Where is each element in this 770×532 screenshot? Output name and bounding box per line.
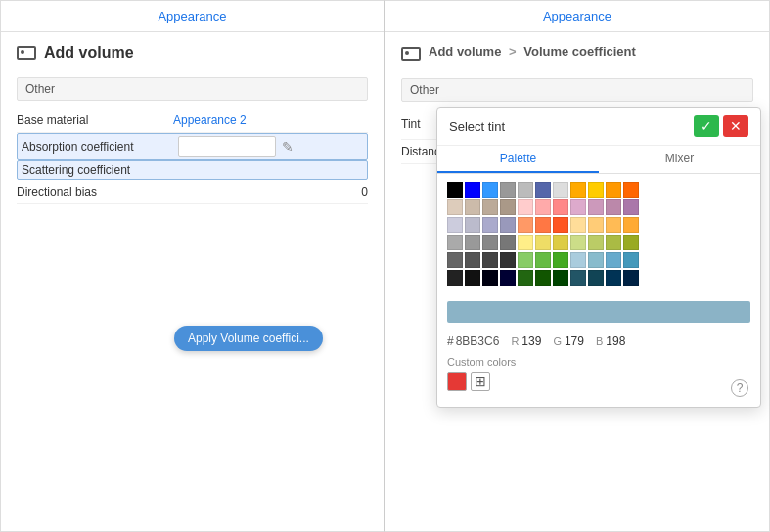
color-cell[interactable] [535, 252, 551, 268]
color-cell[interactable] [500, 252, 516, 268]
absorption-row: Absorption coefficient ✎ [17, 133, 368, 160]
g-value[interactable]: 179 [565, 334, 584, 348]
base-material-link[interactable]: Appearance 2 [173, 113, 247, 127]
tab-mixer[interactable]: Mixer [599, 146, 760, 173]
color-cell[interactable] [588, 200, 604, 215]
r-value[interactable]: 139 [521, 334, 541, 348]
color-cell[interactable] [447, 270, 463, 286]
color-cell[interactable] [606, 270, 621, 286]
color-cell[interactable] [482, 235, 498, 250]
absorption-input[interactable] [178, 136, 276, 157]
left-page-title: Add volume [17, 44, 368, 62]
color-cell[interactable] [623, 235, 639, 250]
color-cell[interactable] [482, 182, 498, 198]
color-cell[interactable] [465, 200, 480, 215]
color-cell[interactable] [623, 270, 639, 286]
breadcrumb-page: Volume coefficient [523, 44, 636, 59]
color-cell[interactable] [570, 217, 586, 233]
color-cell[interactable] [447, 200, 463, 215]
color-cell[interactable] [518, 182, 533, 198]
hex-hash: # [447, 334, 454, 348]
color-cell[interactable] [623, 200, 639, 215]
color-cell[interactable] [518, 252, 533, 268]
tab-palette[interactable]: Palette [437, 146, 599, 173]
color-cell[interactable] [588, 217, 604, 233]
color-cell[interactable] [482, 200, 498, 215]
color-row-5 [447, 252, 750, 268]
color-cell[interactable] [482, 270, 498, 286]
color-cell[interactable] [570, 182, 586, 198]
help-icon[interactable]: ? [731, 379, 748, 397]
scattering-row: Scattering coefficient Apply Volume coef… [17, 160, 368, 180]
absorption-value: ✎ [178, 136, 363, 157]
color-cell[interactable] [465, 217, 480, 233]
color-cell[interactable] [553, 217, 568, 233]
color-cell[interactable] [623, 217, 639, 233]
volume-icon [17, 46, 36, 60]
color-cell[interactable] [447, 235, 463, 250]
color-cell[interactable] [623, 252, 639, 268]
color-cell[interactable] [447, 252, 463, 268]
color-cell[interactable] [570, 270, 586, 286]
color-cell[interactable] [535, 235, 551, 250]
base-material-row: Base material Appearance 2 [17, 109, 368, 133]
color-cell[interactable] [623, 182, 639, 198]
color-cell[interactable] [482, 252, 498, 268]
color-cell[interactable] [570, 252, 586, 268]
breadcrumb-root: Add volume [429, 44, 501, 59]
cancel-button[interactable]: ✕ [723, 115, 748, 137]
color-cell[interactable] [553, 252, 568, 268]
color-cell[interactable] [606, 217, 621, 233]
color-cell[interactable] [500, 235, 516, 250]
color-cell[interactable] [606, 182, 621, 198]
color-cell[interactable] [465, 235, 480, 250]
color-cell[interactable] [447, 182, 463, 198]
color-cell[interactable] [535, 270, 551, 286]
picker-header: Select tint ✓ ✕ [437, 108, 760, 146]
color-cell[interactable] [553, 270, 568, 286]
color-cell[interactable] [606, 235, 621, 250]
color-cell[interactable] [535, 217, 551, 233]
selected-color-bar [447, 301, 750, 323]
color-cell[interactable] [500, 270, 516, 286]
color-cell[interactable] [465, 270, 480, 286]
color-cell[interactable] [518, 235, 533, 250]
confirm-button[interactable]: ✓ [694, 115, 719, 137]
color-cell[interactable] [500, 182, 516, 198]
color-cell[interactable] [606, 200, 621, 215]
color-cell[interactable] [570, 200, 586, 215]
color-cell[interactable] [553, 200, 568, 215]
color-cell[interactable] [606, 252, 621, 268]
color-cell[interactable] [588, 252, 604, 268]
color-cell[interactable] [553, 235, 568, 250]
color-cell[interactable] [465, 182, 480, 198]
custom-colors-row: ⊞ [447, 372, 750, 391]
color-cell[interactable] [518, 217, 533, 233]
custom-color-swatch[interactable] [447, 372, 467, 391]
directional-bias-number: 0 [361, 185, 368, 199]
color-cell[interactable] [588, 235, 604, 250]
color-cell[interactable] [447, 217, 463, 233]
color-cell[interactable] [535, 182, 551, 198]
apply-volume-button[interactable]: Apply Volume coeffici... [174, 326, 323, 351]
color-cell[interactable] [500, 200, 516, 215]
color-cell[interactable] [588, 182, 604, 198]
color-cell[interactable] [518, 200, 533, 215]
color-cell[interactable] [535, 200, 551, 215]
color-cell[interactable] [588, 270, 604, 286]
left-section-label: Other [17, 77, 368, 101]
color-cell[interactable] [553, 182, 568, 198]
b-value[interactable]: 198 [606, 334, 625, 348]
b-component: B 198 [596, 334, 625, 348]
color-cell[interactable] [570, 235, 586, 250]
scattering-label: Scattering coefficient [22, 163, 178, 177]
breadcrumb: Add volume > Volume coefficient [429, 44, 636, 59]
color-cell[interactable] [465, 252, 480, 268]
color-cell[interactable] [482, 217, 498, 233]
hex-value[interactable]: 8BB3C6 [456, 334, 500, 348]
absorption-edit-icon[interactable]: ✎ [282, 139, 294, 155]
color-cell[interactable] [500, 217, 516, 233]
r-label: R [511, 335, 519, 347]
color-cell[interactable] [518, 270, 533, 286]
add-custom-color-button[interactable]: ⊞ [471, 372, 490, 391]
